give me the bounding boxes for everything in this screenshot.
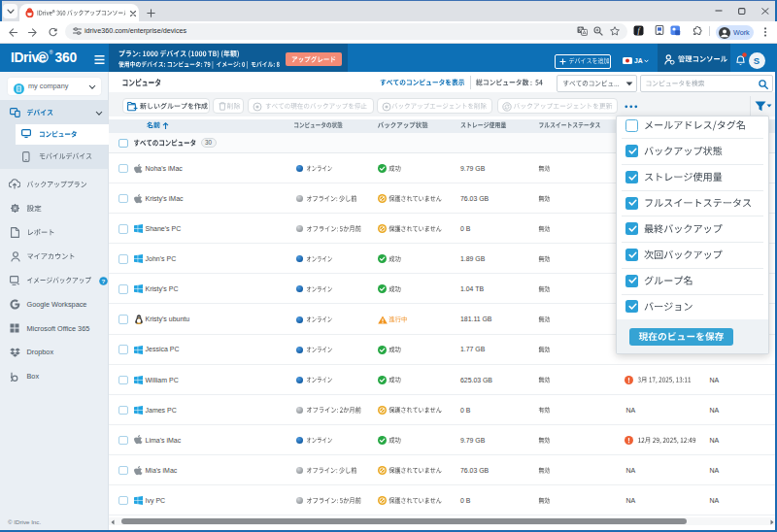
svg-text:?: ?	[101, 277, 105, 283]
